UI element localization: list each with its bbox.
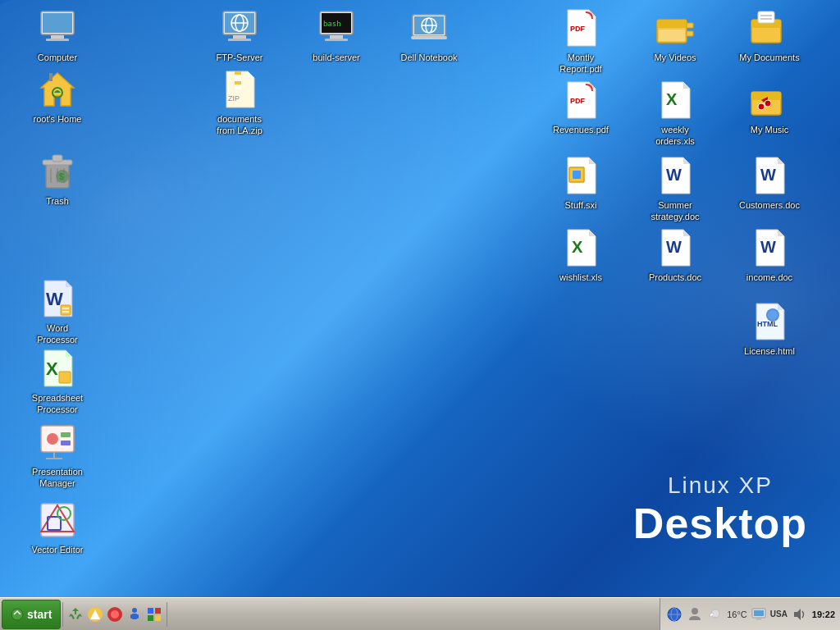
icon-vector-editor-label: Vector Editor bbox=[30, 543, 86, 556]
svg-rect-27 bbox=[687, 23, 693, 28]
svg-rect-115 bbox=[136, 614, 139, 619]
svg-point-112 bbox=[132, 608, 137, 613]
icon-wishlist-xls[interactable]: X wishlist.xls bbox=[548, 228, 614, 284]
svg-text:$: $ bbox=[59, 172, 64, 181]
svg-rect-100 bbox=[61, 441, 71, 445]
icon-trash-label: Trash bbox=[43, 194, 71, 208]
icon-my-documents[interactable]: My Documents bbox=[737, 8, 802, 64]
icon-montly-report-label: Montly Report.pdf bbox=[548, 51, 614, 76]
icon-spreadsheet-processor-label: Spreadsheet Processor bbox=[25, 391, 90, 417]
icon-weekly-orders[interactable]: X weekly orders.xls bbox=[642, 80, 708, 148]
svg-rect-99 bbox=[61, 432, 71, 437]
ql-recycle[interactable] bbox=[66, 605, 84, 623]
icon-stuff-sxi[interactable]: Stuff.sxi bbox=[548, 156, 614, 212]
weekly-orders-icon: X bbox=[655, 80, 695, 120]
svg-rect-44 bbox=[235, 86, 241, 89]
icon-license-html-label: License.html bbox=[742, 345, 797, 358]
quick-launch-bar bbox=[62, 602, 167, 627]
icon-montly-report[interactable]: PDF Montly Report.pdf bbox=[548, 8, 614, 76]
products-doc-icon: W bbox=[655, 228, 695, 267]
svg-rect-42 bbox=[235, 76, 241, 80]
icon-revenues-pdf[interactable]: PDF Revenues.pdf bbox=[548, 80, 614, 136]
icon-my-music[interactable]: My Music bbox=[737, 80, 802, 136]
svg-text:X: X bbox=[572, 238, 583, 256]
icon-my-videos[interactable]: My Videos bbox=[642, 8, 708, 64]
svg-point-98 bbox=[47, 433, 58, 445]
svg-text:bash: bash bbox=[323, 20, 341, 28]
tray-monitor-icon[interactable] bbox=[750, 605, 768, 623]
icon-computer[interactable]: Computer bbox=[25, 8, 90, 64]
svg-text:W: W bbox=[666, 166, 682, 184]
icon-presentation-manager[interactable]: Presentation Manager bbox=[25, 422, 90, 491]
build-server-icon: bash bbox=[317, 8, 356, 48]
icon-ftp-server[interactable]: FTP-Server bbox=[207, 8, 272, 64]
taskbar: start 16°C bbox=[0, 597, 840, 630]
icon-my-videos-label: My Videos bbox=[651, 51, 698, 64]
icon-presentation-manager-label: Presentation Manager bbox=[25, 465, 90, 491]
icon-ftp-server-label: FTP-Server bbox=[214, 51, 266, 64]
icon-computer-label: Computer bbox=[35, 51, 80, 64]
svg-point-54 bbox=[765, 100, 771, 107]
icon-build-server-label: build-server bbox=[310, 51, 362, 64]
svg-marker-84 bbox=[683, 230, 690, 236]
svg-text:W: W bbox=[760, 166, 776, 184]
icon-documents-zip-label: documents from LA.zip bbox=[207, 112, 272, 138]
icon-customers-doc-label: Customers.doc bbox=[737, 199, 802, 212]
icon-products-doc[interactable]: W Products.doc bbox=[642, 228, 708, 284]
svg-rect-117 bbox=[155, 608, 161, 614]
icon-dell-notebook[interactable]: Dell Notebook bbox=[396, 8, 462, 64]
svg-rect-116 bbox=[148, 608, 153, 614]
icon-word-processor-label: Word Processor bbox=[25, 322, 90, 347]
svg-rect-21 bbox=[411, 36, 447, 39]
icon-documents-zip[interactable]: ZIP documents from LA.zip bbox=[207, 70, 272, 138]
svg-rect-77 bbox=[61, 305, 71, 315]
tray-speaker-icon[interactable] bbox=[790, 605, 808, 623]
svg-marker-128 bbox=[794, 609, 801, 620]
svg-rect-119 bbox=[155, 615, 161, 621]
svg-rect-29 bbox=[659, 30, 685, 41]
svg-rect-58 bbox=[52, 155, 62, 162]
system-tray: 16°C USA 19:22 bbox=[660, 598, 840, 630]
tray-globe-icon[interactable] bbox=[665, 605, 683, 623]
icon-customers-doc[interactable]: W Customers.doc bbox=[737, 156, 802, 212]
ql-yellow-arrow[interactable] bbox=[86, 605, 104, 623]
ql-red-circle[interactable] bbox=[106, 605, 124, 623]
documents-zip-icon: ZIP bbox=[220, 70, 259, 109]
tray-weather-icon[interactable] bbox=[706, 605, 724, 623]
svg-rect-3 bbox=[46, 39, 69, 41]
svg-marker-94 bbox=[778, 304, 784, 310]
start-icon bbox=[11, 608, 24, 621]
svg-rect-67 bbox=[573, 171, 581, 179]
presentation-manager-icon bbox=[38, 422, 77, 462]
svg-text:PDF: PDF bbox=[570, 97, 586, 105]
start-button[interactable]: start bbox=[2, 600, 61, 629]
icon-income-doc[interactable]: W income.doc bbox=[737, 228, 802, 284]
computer-icon bbox=[38, 8, 77, 48]
icon-summer-strategy[interactable]: W Summer strategy.doc bbox=[642, 156, 708, 224]
svg-rect-9 bbox=[233, 35, 246, 39]
icon-spreadsheet-processor[interactable]: X Spreadsheet Processor bbox=[25, 349, 90, 417]
montly-report-icon: PDF bbox=[561, 8, 600, 48]
svg-rect-43 bbox=[235, 81, 241, 84]
tray-user-icon[interactable] bbox=[686, 605, 704, 623]
taskbar-middle bbox=[167, 598, 660, 630]
icon-trash[interactable]: $ Trash bbox=[25, 152, 90, 208]
icon-roots-home[interactable]: root's Home bbox=[25, 70, 90, 126]
svg-rect-2 bbox=[51, 35, 64, 39]
icon-build-server[interactable]: bash build-server bbox=[304, 8, 369, 64]
ql-windows-flag[interactable] bbox=[145, 605, 163, 623]
svg-point-111 bbox=[111, 610, 119, 619]
icon-summer-strategy-label: Summer strategy.doc bbox=[642, 199, 708, 224]
ql-blue-man[interactable] bbox=[126, 605, 144, 623]
svg-text:X: X bbox=[46, 358, 58, 379]
icon-my-documents-label: My Documents bbox=[737, 51, 801, 64]
icon-license-html[interactable]: HTML License.html bbox=[737, 302, 802, 358]
icon-vector-editor[interactable]: Vector Editor bbox=[25, 500, 90, 556]
icon-my-music-label: My Music bbox=[748, 123, 791, 136]
svg-rect-127 bbox=[756, 619, 761, 620]
icon-word-processor[interactable]: W Word Processor bbox=[25, 279, 90, 347]
icon-weekly-orders-label: weekly orders.xls bbox=[642, 123, 708, 148]
svg-point-123 bbox=[692, 608, 698, 614]
icon-revenues-pdf-label: Revenues.pdf bbox=[550, 123, 611, 136]
svg-text:X: X bbox=[666, 90, 678, 108]
